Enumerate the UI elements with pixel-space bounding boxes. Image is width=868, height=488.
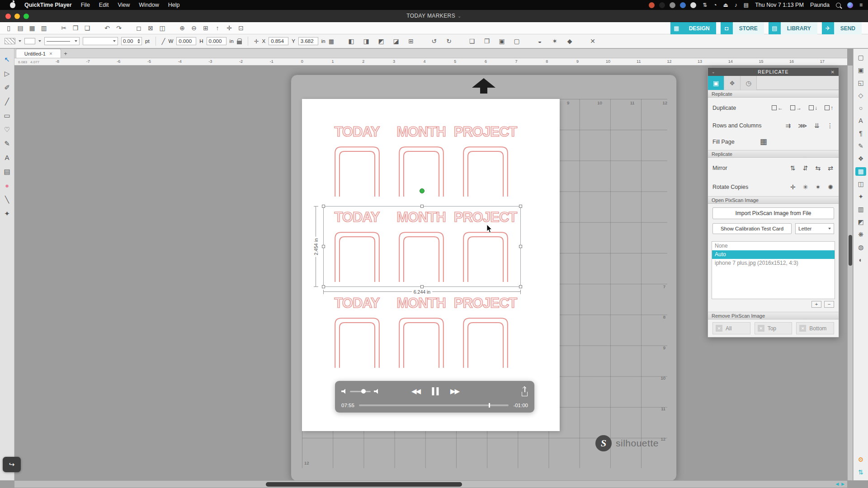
- snap-grid-icon[interactable]: ▦: [329, 38, 334, 45]
- menubar-menu-item[interactable]: Edit: [99, 2, 109, 8]
- drag-zoom-icon[interactable]: ↑: [212, 24, 223, 32]
- mirror-right-icon[interactable]: ⇄: [828, 164, 833, 172]
- print-icon[interactable]: ▥: [38, 24, 50, 32]
- effects-panel-icon[interactable]: ✦: [855, 192, 866, 201]
- delete-icon[interactable]: ✕: [587, 38, 599, 45]
- redo-icon[interactable]: ↷: [113, 24, 125, 32]
- horizontal-scrollbar[interactable]: ◀ ▶: [14, 480, 847, 488]
- paper-size-dropdown[interactable]: Letter: [795, 223, 834, 234]
- pixscan-panel-icon[interactable]: ◫: [855, 180, 866, 188]
- fill-panel-icon[interactable]: ◩: [855, 218, 866, 226]
- select-all-icon[interactable]: ◻: [133, 24, 145, 32]
- line-type-dropdown[interactable]: [44, 37, 80, 45]
- eraser-tool-icon[interactable]: ●: [2, 181, 13, 190]
- mat-setup-panel-icon[interactable]: ▣: [855, 66, 866, 75]
- rotate-three-copies-icon[interactable]: ✶: [816, 183, 821, 191]
- replicate-tab-icon[interactable]: ▣: [708, 76, 724, 90]
- duplicate-left-icon[interactable]: ←: [772, 105, 783, 111]
- volume-status-icon[interactable]: ♪: [735, 2, 737, 8]
- row-of-four-icon[interactable]: ⋙: [798, 122, 807, 129]
- page-setup-panel-icon[interactable]: ▢: [855, 53, 866, 62]
- zoom-window-button[interactable]: [24, 14, 29, 19]
- line-style-caret-icon[interactable]: [19, 40, 21, 42]
- pause-button[interactable]: [432, 387, 439, 395]
- row-of-three-icon[interactable]: ⇉: [786, 122, 791, 129]
- rotate-two-copies-icon[interactable]: ✳: [803, 183, 808, 191]
- apple-menu-icon[interactable]: [10, 2, 15, 8]
- menubar-menu-item[interactable]: Window: [139, 2, 159, 8]
- fast-forward-button[interactable]: ▶▶: [450, 387, 459, 395]
- selection-handle[interactable]: [322, 285, 325, 288]
- rotate-one-copy-icon[interactable]: ✛: [790, 183, 796, 191]
- seek-bar[interactable]: [359, 404, 509, 406]
- import-pixscan-button[interactable]: Import PixScan Image from File: [712, 207, 834, 219]
- save-icon[interactable]: ▦: [26, 24, 38, 32]
- tab-library[interactable]: ▤ LIBRARY: [769, 22, 817, 34]
- pan-icon[interactable]: ✛: [223, 24, 235, 32]
- tab-send[interactable]: ✈ SEND: [822, 22, 862, 34]
- deselect-all-icon[interactable]: ⊠: [145, 24, 156, 32]
- align-left-icon[interactable]: ◧: [345, 38, 357, 45]
- shapes-tool-icon[interactable]: ♡: [2, 125, 13, 134]
- notification-center-icon[interactable]: ≡: [859, 2, 863, 8]
- center-to-page-icon[interactable]: ⊞: [405, 38, 417, 45]
- open-icon[interactable]: ▤: [14, 24, 26, 32]
- tab-store[interactable]: ◘ STORE: [721, 22, 764, 34]
- replicate-panel-icon[interactable]: ▦: [855, 167, 866, 176]
- duplicate-above-icon[interactable]: ↑: [825, 105, 833, 111]
- line-style-swatch[interactable]: [5, 38, 15, 44]
- x-position-input[interactable]: 0.854: [269, 37, 288, 45]
- zoom-selection-icon[interactable]: ⊞: [200, 24, 212, 32]
- selection-handle[interactable]: [420, 205, 424, 208]
- camera-list-item[interactable]: None: [712, 242, 835, 250]
- menubar-app-status-icon[interactable]: [680, 2, 686, 8]
- rotate-right-icon[interactable]: ↻: [443, 38, 455, 45]
- mute-icon[interactable]: [341, 389, 347, 394]
- minimize-window-button[interactable]: [14, 14, 20, 19]
- selection-handle[interactable]: [519, 245, 522, 248]
- rotation-handle[interactable]: [420, 188, 425, 193]
- selection-handle[interactable]: [322, 245, 325, 248]
- copy-icon[interactable]: ❐: [70, 24, 81, 32]
- paragraph-panel-icon[interactable]: ¶: [855, 129, 866, 138]
- knife-tool-icon[interactable]: ╲: [2, 195, 13, 204]
- show-hide-drawer-button[interactable]: ↪: [3, 457, 21, 472]
- volume-knob[interactable]: [361, 389, 366, 394]
- remove-all-button[interactable]: ✕ All: [712, 322, 750, 334]
- object-on-path-tab-icon[interactable]: ◷: [741, 76, 757, 90]
- layers-panel-icon[interactable]: ◐: [855, 256, 866, 264]
- pixscan-camera-list[interactable]: NoneAutoiphone 7 plus.jpg (2016x1512, 4:…: [712, 241, 835, 299]
- mirror-below-icon[interactable]: ⇵: [803, 164, 808, 172]
- horizontal-scroll-thumb[interactable]: [266, 482, 462, 487]
- scroll-left-icon[interactable]: ◀: [835, 482, 839, 486]
- bring-forward-icon[interactable]: ❏: [466, 38, 478, 45]
- image-effects-panel-icon[interactable]: ❋: [855, 230, 866, 239]
- stroke-width-input[interactable]: 0.00: [121, 37, 142, 45]
- trace-panel-icon[interactable]: ◍: [855, 243, 866, 252]
- remove-camera-button[interactable]: −: [824, 301, 834, 308]
- duplicate-right-icon[interactable]: →: [790, 105, 802, 111]
- new-document-icon[interactable]: ▯: [3, 24, 14, 32]
- mirror-left-icon[interactable]: ⇆: [816, 164, 821, 172]
- select-tool-icon[interactable]: ↖: [2, 55, 13, 64]
- ungroup-icon[interactable]: ▢: [511, 38, 523, 45]
- fill-style-swatch[interactable]: [24, 38, 35, 44]
- align-right-icon[interactable]: ◨: [360, 38, 372, 45]
- mirror-above-icon[interactable]: ⇅: [790, 164, 796, 172]
- pan-toggle-icon[interactable]: ⇅: [855, 468, 866, 477]
- selection-handle[interactable]: [519, 205, 522, 208]
- dropper-tool-icon[interactable]: ✦: [2, 209, 13, 218]
- panel-close-icon[interactable]: ✕: [830, 70, 835, 75]
- menubar-app-status-icon[interactable]: [690, 2, 696, 8]
- document-tab[interactable]: Untitled-1 ✕: [16, 49, 61, 58]
- sketch-tool-icon[interactable]: ✎: [2, 139, 13, 148]
- menubar-app-status-icon[interactable]: [649, 2, 655, 8]
- selection-handle[interactable]: [322, 205, 325, 208]
- line-length-icon[interactable]: ╱: [162, 38, 165, 45]
- panel-collapse-icon[interactable]: ⌄: [712, 70, 716, 74]
- offset-icon[interactable]: ✶: [549, 38, 561, 45]
- sync-icon[interactable]: ⇅: [703, 2, 707, 8]
- marker-design-row[interactable]: TODAY MONTH PROJECT: [327, 296, 515, 368]
- select-by-color-icon[interactable]: ◫: [156, 24, 168, 32]
- clock-status-icon[interactable]: ◔: [713, 2, 717, 8]
